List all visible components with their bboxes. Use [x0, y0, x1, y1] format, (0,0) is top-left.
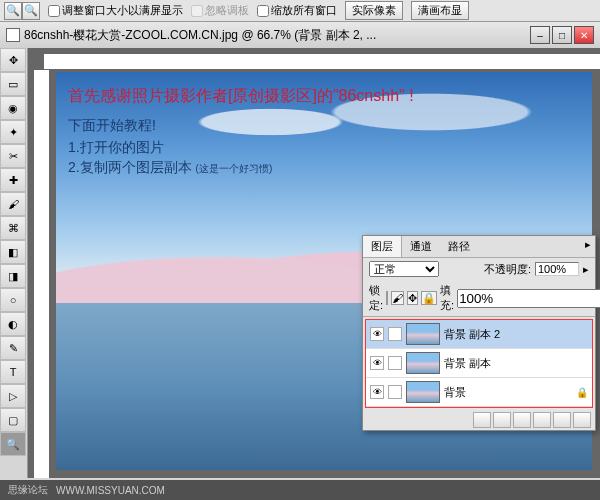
tab-layers[interactable]: 图层	[363, 236, 402, 257]
marquee-tool[interactable]: ▭	[0, 72, 26, 96]
brush-tool[interactable]: 🖌	[0, 192, 26, 216]
lock-pixels-icon[interactable]: 🖌	[391, 291, 404, 305]
lock-all-icon[interactable]: 🔒	[421, 291, 437, 305]
layer-thumbnail[interactable]	[406, 381, 440, 403]
link-slot[interactable]	[388, 327, 402, 341]
vertical-ruler	[34, 70, 50, 478]
opacity-input[interactable]	[535, 262, 579, 276]
opacity-label: 不透明度:	[484, 262, 531, 277]
crop-tool[interactable]: ✂	[0, 144, 26, 168]
layer-thumbnail[interactable]	[406, 323, 440, 345]
horizontal-ruler	[44, 54, 600, 70]
stamp-tool[interactable]: ⌘	[0, 216, 26, 240]
fit-canvas-button[interactable]: 满画布显	[411, 1, 469, 20]
lock-label: 锁定:	[369, 283, 383, 313]
healing-tool[interactable]: ✚	[0, 168, 26, 192]
actual-pixels-button[interactable]: 实际像素	[345, 1, 403, 20]
new-layer-button[interactable]	[553, 412, 571, 428]
zoom-in-button[interactable]: 🔍	[22, 2, 40, 20]
layer-name[interactable]: 背景 副本 2	[444, 327, 588, 342]
layer-row[interactable]: 👁 背景 🔒	[366, 378, 592, 407]
layer-name[interactable]: 背景 副本	[444, 356, 588, 371]
document-title: 86cnshh-樱花大赏-ZCOOL.COM.CN.jpg @ 66.7% (背…	[24, 27, 530, 44]
zoom-all-windows-checkbox[interactable]: 缩放所有窗口	[257, 3, 337, 18]
lock-position-icon[interactable]: ✥	[407, 291, 418, 305]
zoom-tool[interactable]: 🔍	[0, 432, 26, 456]
type-tool[interactable]: T	[0, 360, 26, 384]
visibility-icon[interactable]: 👁	[370, 327, 384, 341]
delete-layer-button[interactable]	[573, 412, 591, 428]
footer-brand: 思缘论坛	[8, 483, 48, 497]
minimize-button[interactable]: –	[530, 26, 550, 44]
overlay-text-4: 2.复制两个图层副本 (这是一个好习惯)	[68, 159, 414, 177]
path-tool[interactable]: ▷	[0, 384, 26, 408]
opacity-dropdown-icon[interactable]: ▸	[583, 263, 589, 276]
resize-window-checkbox[interactable]: 调整窗口大小以满屏显示	[48, 3, 183, 18]
layers-list: 👁 背景 副本 2 👁 背景 副本 👁 背景 🔒	[365, 319, 593, 408]
eraser-tool[interactable]: ◧	[0, 240, 26, 264]
link-layers-button[interactable]	[473, 412, 491, 428]
layer-name[interactable]: 背景	[444, 385, 572, 400]
tab-paths[interactable]: 路径	[440, 236, 478, 257]
tab-channels[interactable]: 通道	[402, 236, 440, 257]
layer-mask-button[interactable]	[513, 412, 531, 428]
maximize-button[interactable]: □	[552, 26, 572, 44]
blend-mode-select[interactable]: 正常	[369, 261, 439, 277]
overlay-text-2: 下面开始教程!	[68, 117, 414, 135]
layers-panel: 图层 通道 路径 ▸ 正常 不透明度: ▸ 锁定: 🖌 ✥ 🔒 填充: ▸ 👁 …	[362, 235, 596, 431]
zoom-out-button[interactable]: 🔍	[4, 2, 22, 20]
document-icon	[6, 28, 20, 42]
opt-label: 缩放所有窗口	[271, 3, 337, 18]
visibility-icon[interactable]: 👁	[370, 356, 384, 370]
panel-menu-icon[interactable]: ▸	[581, 236, 595, 257]
shape-tool[interactable]: ▢	[0, 408, 26, 432]
gradient-tool[interactable]: ◨	[0, 264, 26, 288]
opt-label: 调整窗口大小以满屏显示	[62, 3, 183, 18]
link-slot[interactable]	[388, 385, 402, 399]
move-tool[interactable]: ✥	[0, 48, 26, 72]
layer-row[interactable]: 👁 背景 副本	[366, 349, 592, 378]
new-group-button[interactable]	[533, 412, 551, 428]
lasso-tool[interactable]: ◉	[0, 96, 26, 120]
lock-icon: 🔒	[576, 387, 588, 398]
pen-tool[interactable]: ✎	[0, 336, 26, 360]
footer-url: WWW.MISSYUAN.COM	[56, 485, 165, 496]
wand-tool[interactable]: ✦	[0, 120, 26, 144]
layer-style-button[interactable]	[493, 412, 511, 428]
ignore-palettes-checkbox[interactable]: 忽略调板	[191, 3, 249, 18]
fill-label: 填充:	[440, 283, 454, 313]
layer-row[interactable]: 👁 背景 副本 2	[366, 320, 592, 349]
tools-panel: ✥ ▭ ◉ ✦ ✂ ✚ 🖌 ⌘ ◧ ◨ ○ ◐ ✎ T ▷ ▢ 🔍	[0, 48, 28, 478]
layer-thumbnail[interactable]	[406, 352, 440, 374]
close-button[interactable]: ✕	[574, 26, 594, 44]
lock-transparent-icon[interactable]	[386, 291, 388, 305]
dodge-tool[interactable]: ◐	[0, 312, 26, 336]
visibility-icon[interactable]: 👁	[370, 385, 384, 399]
opt-label: 忽略调板	[205, 3, 249, 18]
fill-input[interactable]	[457, 289, 600, 308]
overlay-text-3: 1.打开你的图片	[68, 139, 414, 157]
blur-tool[interactable]: ○	[0, 288, 26, 312]
link-slot[interactable]	[388, 356, 402, 370]
overlay-text-1: 首先感谢照片摄影作者[原创摄影区]的"86cnshh" !	[68, 86, 414, 107]
